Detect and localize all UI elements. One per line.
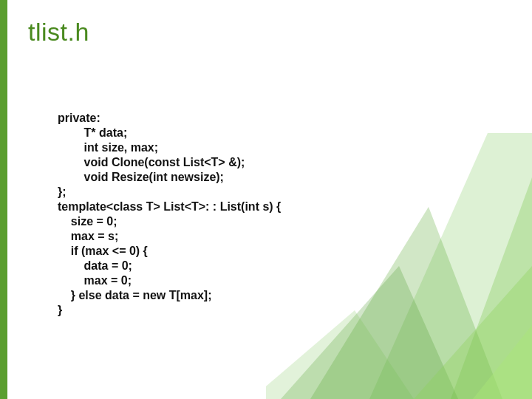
page-title: tlist.h	[28, 18, 89, 47]
svg-marker-4	[414, 266, 532, 399]
svg-marker-0	[451, 177, 532, 399]
code-block: private: T* data; int size, max; void Cl…	[58, 111, 281, 318]
background-decoration	[266, 133, 532, 399]
accent-bar	[0, 0, 7, 399]
slide: tlist.h private: T* data; int size, max;…	[0, 0, 532, 399]
svg-marker-3	[281, 266, 458, 399]
svg-marker-6	[473, 325, 532, 399]
svg-marker-2	[310, 207, 502, 399]
svg-marker-5	[266, 310, 414, 399]
svg-marker-1	[369, 133, 532, 399]
